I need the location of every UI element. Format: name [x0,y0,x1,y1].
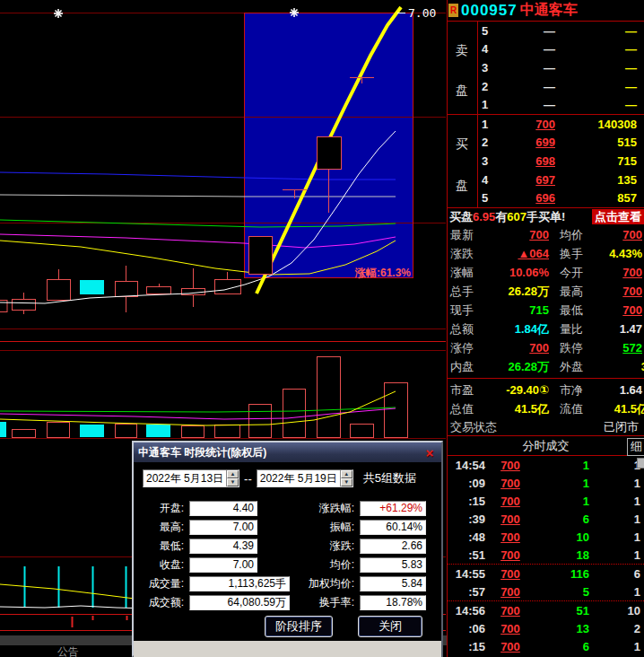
dialog-body: 2022年 5月13日 ▲ ▼ -- 2022年 5月19日 ▲ ▼ 共5组数据 [134,462,441,657]
buy-row: 4697135 [478,171,644,188]
stock-name: 中通客车 [520,1,578,20]
divider [448,378,644,379]
field-change: 涨跌:2.66 [268,539,426,554]
stage-sort-button[interactable]: 阶段排序 [265,616,333,637]
tick-row: :1570011 [448,492,644,510]
quote-panel: R 000957 中通客车 卖 盘 买 盘 5—— 4—— 3—— 2—— 1—… [447,0,644,657]
buy-side-label: 买 [456,136,468,153]
dialog-title-bar[interactable]: 中通客车 时段统计(除权后) × [134,442,441,462]
trade-status-label: 交易状态 [448,419,497,435]
tick-row: :3970061 [448,510,644,528]
margin-flag-badge: R [448,4,458,17]
buy-side-label: 盘 [456,178,468,194]
buy-row: 3698715 [478,152,644,170]
date-separator: -- [244,472,252,486]
field-low: 最低:4.39 [139,539,257,554]
tick-row: 14:5470011 [448,456,644,474]
trade-status-value: 已闭市 [497,419,644,435]
field-turnover: 成交额:64,080.59万 [139,595,290,610]
quote-stats: 最新700均价700 涨跌▲064换手4.43% 涨幅10.06%今开700 总… [448,225,644,376]
dialog-title: 中通客车 时段统计(除权后) [138,445,266,460]
candlesticks [0,266,241,314]
big-order-alert: 买盘 6.95 有 607 手买单! 点击查看 [448,208,644,225]
field-high: 最高:7.00 [139,520,257,535]
field-avg-price: 均价:5.83 [268,557,426,573]
tick-row: :51700181 [448,546,644,564]
stats-row: 现手715最低700 [448,301,644,320]
stats-row: 总值41.5亿流值41.5亿 [448,399,644,418]
spinner-up-icon[interactable]: ▲ [341,470,352,478]
selection-gain-label: 涨幅:61.3% [348,266,411,281]
spinner-down-icon[interactable]: ▼ [341,478,352,486]
buy-row: 1700140308 [478,115,644,133]
stats-row: 总额1.84亿量比1.47 [448,320,644,338]
field-weighted-avg: 加权均价:5.84 [268,576,426,591]
down-candle-cyan [80,280,104,294]
field-open: 开盘:4.40 [139,501,257,516]
sell-row: 2—— [478,77,644,95]
date-from-input[interactable]: 2022年 5月13日 ▲ ▼ [143,469,239,487]
order-book: 卖 盘 买 盘 5—— 4—— 3—— 2—— 1—— 1700140308 2… [448,22,644,208]
tab-announcements[interactable]: 公告 [57,644,79,657]
tick-row: :1570061 [448,637,644,655]
sell-row: 5—— [478,22,644,39]
tick-row: :48700101 [448,528,644,546]
stock-app-window: 7.00 涨幅:61.3% 公告 R 000957 中通客车 卖 盘 买 盘 5… [0,0,644,657]
tick-list: 14:5470011 :0970011 :1570011 :3970061 :4… [448,456,644,655]
spinner-down-icon[interactable]: ▼ [227,478,239,486]
sell-row: 1—— [478,96,644,114]
field-volume: 成交量:1,113,625手 [139,576,290,591]
spinner-up-icon[interactable]: ▲ [227,470,239,478]
volume-ma-lines [0,391,396,425]
buy-levels: 1700140308 2699515 3698715 4697135 56968… [478,115,644,207]
tick-row: 14:567005110 [448,600,644,619]
sell-row: 4—— [478,40,644,58]
event-marker-icon [54,9,63,18]
tick-row: :5770051 [448,583,644,600]
sell-side-label: 盘 [456,83,468,99]
close-button[interactable]: 关闭 [358,616,422,637]
date-to-spinner: ▲ ▼ [340,470,352,486]
date-from-spinner: ▲ ▼ [226,470,239,486]
stats-row: 最新700均价700 [448,225,644,244]
close-icon[interactable]: × [422,445,437,460]
trade-status-row: 交易状态 已闭市 [448,418,644,436]
event-marker-icon [290,8,299,17]
stats-row: 涨停700跌停572 [448,338,644,357]
tick-list-header: 分时成交 细 [448,435,644,456]
group-count-info: 共5组数据 [363,470,416,486]
buy-row: 5696857 [478,189,644,207]
field-amplitude: 振幅:60.14% [268,520,426,535]
date-range-row: 2022年 5月13日 ▲ ▼ -- 2022年 5月19日 ▲ ▼ 共5组数据 [143,469,416,487]
buy-row: 2699515 [478,134,644,152]
stock-code: 000957 [461,2,518,20]
period-stats-dialog: 中通客车 时段统计(除权后) × 2022年 5月13日 ▲ ▼ -- 2022… [132,441,443,657]
tick-header-title: 分时成交 [523,438,570,454]
view-details-button[interactable]: 点击查看 [592,209,644,224]
tab-tick-detail[interactable]: 细 [627,438,644,456]
stats-row: 涨跌▲064换手4.43% [448,244,644,263]
tick-row: :06700132 [448,619,644,637]
scrollbar-up-arrow[interactable] [637,458,644,469]
stats-row: 内盘26.28万外盘3 [448,357,644,376]
dialog-footer [134,641,441,657]
field-close: 收盘:7.00 [139,557,257,573]
field-turnover-rate: 换手率:18.78% [268,595,426,610]
stats-row: 总手26.28万最高700 [448,282,644,301]
sell-levels: 5—— 4—— 3—— 2—— 1—— [478,22,644,114]
field-change-pct: 涨跌幅:+61.29% [268,501,426,516]
tick-row: 14:557001166 [448,564,644,583]
date-to-input[interactable]: 2022年 5月19日 ▲ ▼ [257,469,353,487]
sell-row: 3—— [478,58,644,76]
valuation-stats: 市盈-29.40①市净1.64 总值41.5亿流值41.5亿 交易状态 已闭市 [448,381,644,436]
stats-row: 市盈-29.40①市净1.64 [448,381,644,399]
price-scale-label: 7.00 [408,6,436,20]
tick-row: :0970011 [448,474,644,492]
quote-title-bar: R 000957 中通客车 [448,0,644,22]
sell-side-label: 卖 [456,43,468,59]
stats-row: 涨幅10.06%今开700 [448,263,644,282]
